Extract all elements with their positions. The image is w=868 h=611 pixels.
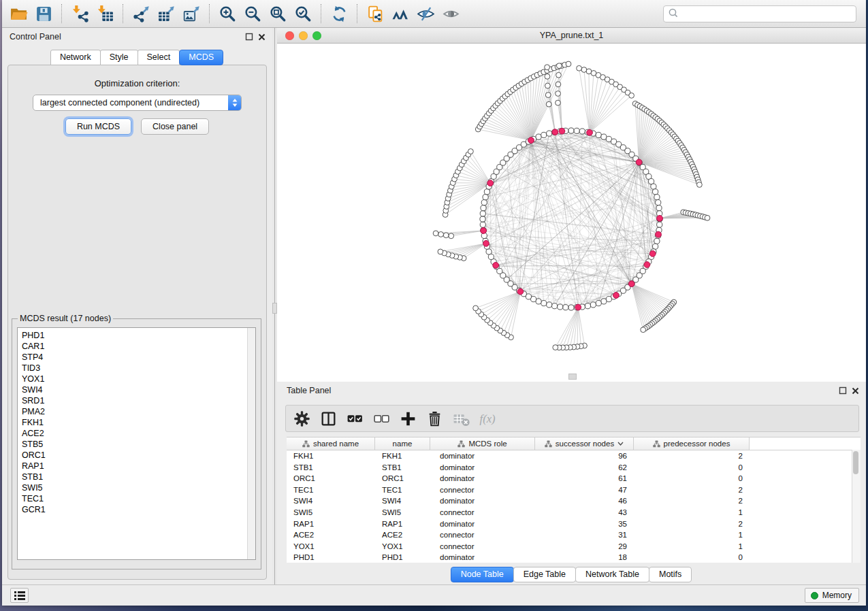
network-hub-node[interactable] xyxy=(483,240,489,246)
column-header-mcds-role[interactable]: MCDS role xyxy=(430,437,535,450)
run-mcds-button[interactable]: Run MCDS xyxy=(65,118,131,135)
mcds-result-item[interactable]: GCR1 xyxy=(22,504,246,515)
column-header-name[interactable]: name xyxy=(375,437,430,450)
birds-eye-view-button[interactable] xyxy=(438,3,464,24)
mcds-list-scrollbar[interactable] xyxy=(247,328,255,559)
network-node[interactable] xyxy=(558,304,563,310)
splitter-grip-icon[interactable] xyxy=(272,303,277,314)
network-node[interactable] xyxy=(541,301,547,306)
table-panel-close-button[interactable] xyxy=(851,386,860,395)
network-hub-node[interactable] xyxy=(628,281,634,287)
mcds-result-list[interactable]: PHD1CAR1STP4TID3YOX1SWI4SRD1PMA2FKH1ACE2… xyxy=(17,327,256,560)
network-node[interactable] xyxy=(585,303,590,309)
mcds-result-item[interactable]: SWI4 xyxy=(22,384,246,395)
select-all-checkboxes-button[interactable] xyxy=(344,408,365,429)
mcds-result-item[interactable]: TEC1 xyxy=(22,493,246,504)
network-node[interactable] xyxy=(545,83,551,88)
network-node[interactable] xyxy=(483,195,488,200)
tab-network[interactable]: Network xyxy=(50,50,101,65)
network-hub-node[interactable] xyxy=(559,128,565,134)
mcds-result-item[interactable]: SRD1 xyxy=(22,395,246,406)
mcds-result-item[interactable]: STP4 xyxy=(22,352,246,363)
column-header-predecessor-nodes[interactable]: predecessor nodes xyxy=(634,437,750,450)
mcds-result-item[interactable]: PMA2 xyxy=(22,406,246,417)
mcds-result-item[interactable]: SWI5 xyxy=(22,482,246,493)
table-row[interactable]: RAP1RAP1dominator352 xyxy=(287,518,861,530)
network-hub-node[interactable] xyxy=(649,250,656,257)
network-node[interactable] xyxy=(545,93,551,98)
network-node[interactable] xyxy=(449,233,454,239)
network-node[interactable] xyxy=(480,211,485,216)
network-node[interactable] xyxy=(486,249,492,254)
network-node[interactable] xyxy=(556,91,561,97)
mcds-result-item[interactable]: STB1 xyxy=(22,472,246,482)
network-node[interactable] xyxy=(629,93,634,99)
network-node[interactable] xyxy=(481,200,487,205)
table-scrollbar[interactable] xyxy=(852,450,861,563)
import-table-from-file-button[interactable] xyxy=(93,3,118,24)
network-node[interactable] xyxy=(473,306,479,311)
tab-node-table[interactable]: Node Table xyxy=(451,567,514,582)
mcds-result-item[interactable]: STB5 xyxy=(22,439,246,450)
table-row[interactable]: ACE2ACE2connector311 xyxy=(287,529,861,541)
minimize-traffic-light[interactable] xyxy=(299,31,308,40)
network-node[interactable] xyxy=(536,299,541,304)
task-history-button[interactable] xyxy=(10,588,29,603)
zoom-in-button[interactable] xyxy=(215,3,240,24)
network-node[interactable] xyxy=(546,101,551,107)
horizontal-splitter-grip[interactable] xyxy=(568,374,577,380)
network-node[interactable] xyxy=(697,182,703,188)
network-node[interactable] xyxy=(581,67,587,73)
mcds-result-item[interactable]: RAP1 xyxy=(22,461,246,472)
tab-style[interactable]: Style xyxy=(100,50,138,65)
network-node[interactable] xyxy=(566,61,571,67)
network-hub-node[interactable] xyxy=(657,216,663,222)
panel-splitter[interactable] xyxy=(272,28,277,585)
network-node[interactable] xyxy=(438,249,443,254)
column-layout-button[interactable] xyxy=(318,408,338,429)
close-mcds-panel-button[interactable]: Close panel xyxy=(141,118,209,135)
network-node[interactable] xyxy=(653,244,658,249)
export-image-button[interactable] xyxy=(179,3,204,24)
network-hub-node[interactable] xyxy=(613,293,620,299)
network-node[interactable] xyxy=(606,297,611,302)
table-row[interactable]: ORC1ORC1dominator610 xyxy=(287,473,861,484)
network-window-titlebar[interactable]: YPA_prune.txt_1 xyxy=(277,28,866,44)
tab-motifs[interactable]: Motifs xyxy=(649,567,692,582)
network-node[interactable] xyxy=(568,128,574,133)
search-input[interactable] xyxy=(681,9,856,20)
network-node[interactable] xyxy=(480,222,485,227)
show-hide-graphics-details-button[interactable] xyxy=(413,3,438,24)
network-hub-node[interactable] xyxy=(517,288,524,295)
table-panel-float-button[interactable] xyxy=(839,386,848,395)
open-session-button[interactable] xyxy=(6,3,31,24)
network-node[interactable] xyxy=(556,100,561,105)
export-network-button[interactable] xyxy=(129,3,154,24)
table-row[interactable]: STB1STB1dominator620 xyxy=(287,462,861,474)
network-node[interactable] xyxy=(641,327,646,333)
network-node[interactable] xyxy=(656,205,662,211)
new-network-from-selection-button[interactable] xyxy=(363,3,388,24)
memory-button[interactable]: Memory xyxy=(805,588,859,603)
network-node[interactable] xyxy=(552,303,558,309)
network-hub-node[interactable] xyxy=(587,129,593,135)
network-node[interactable] xyxy=(705,215,710,220)
network-node[interactable] xyxy=(653,189,658,195)
network-node[interactable] xyxy=(468,149,474,154)
control-panel-close-button[interactable] xyxy=(257,33,266,42)
table-row[interactable]: SWI5SWI5connector431 xyxy=(287,507,861,518)
table-row[interactable]: TEC1TEC1connector472 xyxy=(287,484,861,496)
network-node[interactable] xyxy=(654,195,660,200)
network-node[interactable] xyxy=(596,301,601,306)
import-network-from-file-button[interactable] xyxy=(67,3,93,24)
save-session-button[interactable] xyxy=(31,3,57,24)
network-node[interactable] xyxy=(481,205,486,211)
network-node[interactable] xyxy=(433,231,438,236)
mcds-result-item[interactable]: FKH1 xyxy=(22,417,246,428)
network-node[interactable] xyxy=(547,302,552,308)
network-node[interactable] xyxy=(438,232,444,237)
mcds-result-item[interactable]: ORC1 xyxy=(22,450,246,461)
network-hub-node[interactable] xyxy=(644,262,650,268)
network-canvas[interactable] xyxy=(277,44,866,382)
table-row[interactable]: FKH1FKH1dominator962 xyxy=(287,450,861,462)
